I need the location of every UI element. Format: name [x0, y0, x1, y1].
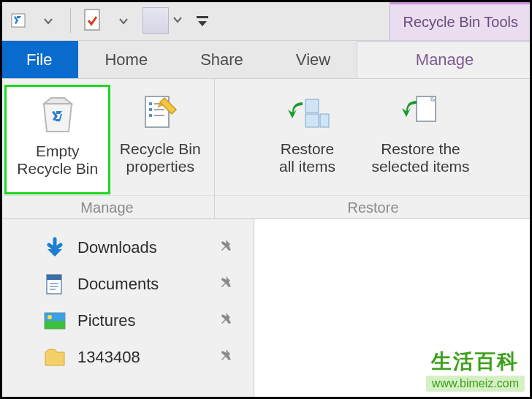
- svg-rect-10: [305, 99, 319, 113]
- tab-file[interactable]: File: [0, 41, 78, 78]
- ribbon-tabbar: File Home Share View Manage: [0, 41, 532, 79]
- pin-icon[interactable]: [220, 238, 236, 258]
- nav-item-downloads[interactable]: Downloads: [41, 229, 254, 266]
- download-icon: [41, 236, 69, 259]
- watermark-title: 生活百科: [426, 348, 525, 376]
- restore-selected-label: Restore the selected items: [371, 140, 469, 175]
- nav-item-folder[interactable]: 1343408: [41, 339, 254, 376]
- restore-selected-button[interactable]: Restore the selected items: [355, 85, 487, 194]
- tab-home[interactable]: Home: [78, 41, 174, 78]
- tab-home-label: Home: [104, 50, 148, 69]
- document-icon: [41, 273, 69, 296]
- nav-item-label: Downloads: [77, 238, 157, 257]
- svg-rect-1: [85, 10, 99, 30]
- tab-share[interactable]: Share: [174, 41, 270, 78]
- qat-properties-icon[interactable]: [81, 7, 104, 34]
- ribbon: Empty Recycle Bin Rec: [0, 79, 532, 219]
- pin-icon[interactable]: [220, 274, 236, 294]
- navigation-pane: Downloads Documents Pictures: [0, 219, 254, 399]
- qat-separator: [70, 8, 71, 33]
- restore-all-icon: [285, 89, 330, 136]
- quick-access-toolbar: Recycle Bin Tools: [0, 0, 532, 41]
- contextual-tab-header: Recycle Bin Tools: [390, 0, 532, 40]
- watermark: 生活百科 www.bimeiz.com: [426, 348, 525, 392]
- tab-view-label: View: [296, 50, 330, 69]
- restore-all-label: Restore all items: [279, 140, 335, 175]
- nav-item-documents[interactable]: Documents: [41, 266, 254, 303]
- qat-caret-2[interactable]: [119, 10, 128, 31]
- restore-all-button[interactable]: Restore all items: [260, 85, 355, 194]
- nav-item-label: Pictures: [77, 311, 135, 330]
- recyclebin-properties-label: Recycle Bin properties: [120, 140, 201, 175]
- tab-manage-label: Manage: [416, 50, 474, 69]
- qat-customize-icon[interactable]: [195, 12, 210, 29]
- svg-rect-2: [197, 16, 208, 18]
- svg-rect-15: [47, 275, 61, 280]
- file-list-pane[interactable]: 生活百科 www.bimeiz.com: [254, 219, 532, 399]
- svg-rect-21: [45, 321, 65, 329]
- svg-rect-5: [149, 108, 152, 111]
- qat-newitem-dropdown[interactable]: [142, 7, 169, 34]
- nav-item-label: Documents: [77, 275, 159, 294]
- folder-icon: [41, 347, 69, 368]
- ribbon-group-manage-label: Manage: [0, 195, 214, 218]
- svg-rect-4: [149, 102, 152, 105]
- nav-item-pictures[interactable]: Pictures: [41, 303, 254, 339]
- ribbon-group-manage: Empty Recycle Bin Rec: [0, 79, 215, 218]
- qat-newitem-caret[interactable]: [173, 8, 182, 33]
- content-area: Downloads Documents Pictures: [0, 219, 532, 399]
- tab-manage[interactable]: Manage: [357, 41, 532, 78]
- tab-share-label: Share: [200, 50, 243, 69]
- contextual-tab-label: Recycle Bin Tools: [403, 14, 518, 31]
- svg-point-22: [48, 315, 52, 319]
- properties-icon: [140, 89, 180, 136]
- svg-rect-12: [320, 114, 329, 127]
- empty-recyclebin-button[interactable]: Empty Recycle Bin: [4, 85, 110, 194]
- svg-rect-6: [149, 114, 152, 117]
- empty-recyclebin-label: Empty Recycle Bin: [17, 142, 98, 178]
- nav-item-label: 1343408: [77, 348, 140, 367]
- ribbon-group-restore: Restore all items Restore the selected i…: [215, 79, 532, 218]
- pin-icon[interactable]: [220, 311, 236, 331]
- qat-caret-1[interactable]: [44, 10, 53, 31]
- restore-selected-icon: [400, 89, 441, 136]
- watermark-url: www.bimeiz.com: [426, 376, 525, 392]
- recyclebin-properties-button[interactable]: Recycle Bin properties: [110, 85, 210, 194]
- svg-rect-11: [305, 114, 319, 127]
- recyclebin-icon: [35, 91, 80, 138]
- pictures-icon: [41, 311, 69, 331]
- tab-file-label: File: [26, 50, 52, 69]
- qat-recyclebin-icon[interactable]: [7, 10, 29, 31]
- tab-view[interactable]: View: [270, 41, 357, 78]
- pin-icon[interactable]: [220, 347, 236, 368]
- ribbon-group-restore-label: Restore: [215, 195, 531, 218]
